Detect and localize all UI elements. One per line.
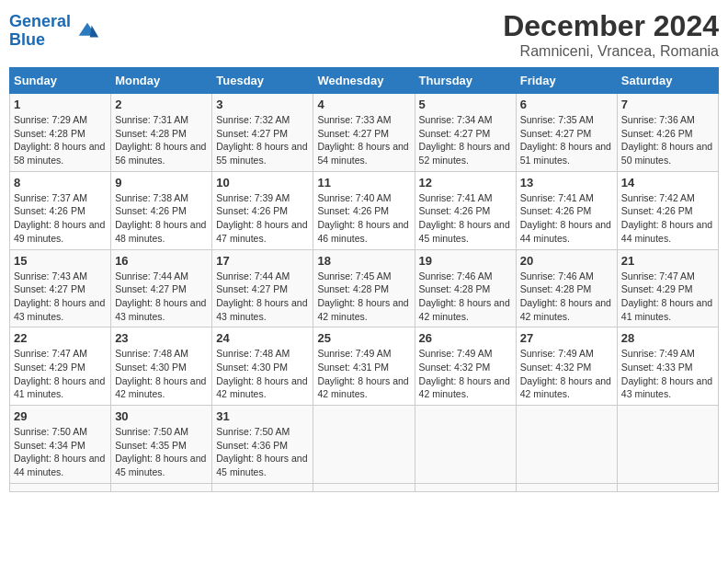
weekday-header-thursday: Thursday <box>415 68 516 94</box>
day-number: 3 <box>216 98 309 111</box>
calendar-cell <box>10 483 111 491</box>
day-info: Sunrise: 7:42 AMSunset: 4:26 PMDaylight:… <box>621 192 712 244</box>
calendar-cell: 5 Sunrise: 7:34 AMSunset: 4:27 PMDayligh… <box>415 94 516 172</box>
day-number: 7 <box>621 98 714 111</box>
day-info: Sunrise: 7:41 AMSunset: 4:26 PMDaylight:… <box>520 192 611 244</box>
calendar-cell <box>111 483 212 491</box>
day-number: 23 <box>115 331 208 345</box>
calendar-cell: 28 Sunrise: 7:49 AMSunset: 4:33 PMDaylig… <box>617 327 718 406</box>
calendar-cell: 9 Sunrise: 7:38 AMSunset: 4:26 PMDayligh… <box>111 171 212 249</box>
day-number: 19 <box>419 254 512 268</box>
logo: General Blue <box>9 13 100 50</box>
day-info: Sunrise: 7:50 AMSunset: 4:34 PMDaylight:… <box>14 426 105 477</box>
calendar-cell: 2 Sunrise: 7:31 AMSunset: 4:28 PMDayligh… <box>111 94 212 172</box>
day-number: 11 <box>317 176 410 190</box>
calendar-cell: 11 Sunrise: 7:40 AMSunset: 4:26 PMDaylig… <box>313 171 415 249</box>
calendar-cell: 21 Sunrise: 7:47 AMSunset: 4:29 PMDaylig… <box>617 249 718 327</box>
day-info: Sunrise: 7:39 AMSunset: 4:26 PMDaylight:… <box>216 192 307 244</box>
day-number: 14 <box>621 176 714 190</box>
calendar-cell: 14 Sunrise: 7:42 AMSunset: 4:26 PMDaylig… <box>617 171 718 249</box>
day-info: Sunrise: 7:47 AMSunset: 4:29 PMDaylight:… <box>14 348 105 399</box>
calendar-cell: 19 Sunrise: 7:46 AMSunset: 4:28 PMDaylig… <box>415 249 516 327</box>
calendar-week-6 <box>10 483 719 491</box>
day-number: 29 <box>14 409 107 423</box>
weekday-header-tuesday: Tuesday <box>212 68 313 94</box>
calendar-cell: 12 Sunrise: 7:41 AMSunset: 4:26 PMDaylig… <box>415 171 516 249</box>
day-info: Sunrise: 7:44 AMSunset: 4:27 PMDaylight:… <box>115 270 206 322</box>
day-info: Sunrise: 7:48 AMSunset: 4:30 PMDaylight:… <box>115 348 206 399</box>
day-info: Sunrise: 7:37 AMSunset: 4:26 PMDaylight:… <box>14 192 105 244</box>
day-info: Sunrise: 7:49 AMSunset: 4:32 PMDaylight:… <box>520 348 611 399</box>
day-number: 18 <box>317 254 410 268</box>
calendar-week-2: 8 Sunrise: 7:37 AMSunset: 4:26 PMDayligh… <box>10 171 719 249</box>
calendar-cell: 3 Sunrise: 7:32 AMSunset: 4:27 PMDayligh… <box>212 94 313 172</box>
day-info: Sunrise: 7:48 AMSunset: 4:30 PMDaylight:… <box>216 348 307 399</box>
subtitle: Ramniceni, Vrancea, Romania <box>503 43 719 60</box>
day-number: 22 <box>14 331 107 345</box>
calendar-cell: 6 Sunrise: 7:35 AMSunset: 4:27 PMDayligh… <box>516 94 617 172</box>
calendar-cell: 24 Sunrise: 7:48 AMSunset: 4:30 PMDaylig… <box>212 327 313 406</box>
day-info: Sunrise: 7:38 AMSunset: 4:26 PMDaylight:… <box>115 192 206 244</box>
day-number: 30 <box>115 409 208 423</box>
calendar-week-5: 29 Sunrise: 7:50 AMSunset: 4:34 PMDaylig… <box>10 406 719 484</box>
weekday-header-saturday: Saturday <box>617 68 718 94</box>
calendar-cell: 16 Sunrise: 7:44 AMSunset: 4:27 PMDaylig… <box>111 249 212 327</box>
day-number: 21 <box>621 254 714 268</box>
calendar-week-1: 1 Sunrise: 7:29 AMSunset: 4:28 PMDayligh… <box>10 94 719 172</box>
day-info: Sunrise: 7:33 AMSunset: 4:27 PMDaylight:… <box>317 114 408 166</box>
day-info: Sunrise: 7:46 AMSunset: 4:28 PMDaylight:… <box>520 270 611 322</box>
main-title: December 2024 <box>503 9 719 43</box>
calendar-cell: 23 Sunrise: 7:48 AMSunset: 4:30 PMDaylig… <box>111 327 212 406</box>
day-info: Sunrise: 7:50 AMSunset: 4:35 PMDaylight:… <box>115 426 206 477</box>
calendar-cell: 15 Sunrise: 7:43 AMSunset: 4:27 PMDaylig… <box>10 249 111 327</box>
day-number: 26 <box>419 331 512 345</box>
day-info: Sunrise: 7:31 AMSunset: 4:28 PMDaylight:… <box>115 114 206 166</box>
calendar-cell: 29 Sunrise: 7:50 AMSunset: 4:34 PMDaylig… <box>10 406 111 484</box>
day-number: 24 <box>216 331 309 345</box>
day-number: 8 <box>14 176 107 190</box>
calendar-cell: 22 Sunrise: 7:47 AMSunset: 4:29 PMDaylig… <box>10 327 111 406</box>
calendar-cell <box>617 483 718 491</box>
weekday-header-monday: Monday <box>111 68 212 94</box>
day-info: Sunrise: 7:36 AMSunset: 4:26 PMDaylight:… <box>621 114 712 166</box>
calendar-cell <box>415 483 516 491</box>
logo-text: General Blue <box>9 13 71 50</box>
calendar: SundayMondayTuesdayWednesdayThursdayFrid… <box>9 67 719 492</box>
day-number: 13 <box>520 176 613 190</box>
weekday-header-friday: Friday <box>516 68 617 94</box>
calendar-cell <box>212 483 313 491</box>
day-info: Sunrise: 7:35 AMSunset: 4:27 PMDaylight:… <box>520 114 611 166</box>
calendar-week-3: 15 Sunrise: 7:43 AMSunset: 4:27 PMDaylig… <box>10 249 719 327</box>
day-number: 2 <box>115 98 208 111</box>
day-info: Sunrise: 7:49 AMSunset: 4:33 PMDaylight:… <box>621 348 712 399</box>
day-number: 1 <box>14 98 107 111</box>
day-info: Sunrise: 7:50 AMSunset: 4:36 PMDaylight:… <box>216 426 307 477</box>
day-number: 12 <box>419 176 512 190</box>
day-info: Sunrise: 7:29 AMSunset: 4:28 PMDaylight:… <box>14 114 105 166</box>
calendar-cell <box>313 483 415 491</box>
calendar-cell <box>617 406 718 484</box>
header: General Blue December 2024 Ramniceni, Vr… <box>9 9 719 60</box>
calendar-cell: 10 Sunrise: 7:39 AMSunset: 4:26 PMDaylig… <box>212 171 313 249</box>
calendar-cell: 7 Sunrise: 7:36 AMSunset: 4:26 PMDayligh… <box>617 94 718 172</box>
calendar-cell: 17 Sunrise: 7:44 AMSunset: 4:27 PMDaylig… <box>212 249 313 327</box>
day-number: 17 <box>216 254 309 268</box>
day-info: Sunrise: 7:49 AMSunset: 4:31 PMDaylight:… <box>317 348 408 399</box>
day-number: 10 <box>216 176 309 190</box>
day-info: Sunrise: 7:40 AMSunset: 4:26 PMDaylight:… <box>317 192 408 244</box>
calendar-cell: 8 Sunrise: 7:37 AMSunset: 4:26 PMDayligh… <box>10 171 111 249</box>
calendar-cell: 18 Sunrise: 7:45 AMSunset: 4:28 PMDaylig… <box>313 249 415 327</box>
day-info: Sunrise: 7:49 AMSunset: 4:32 PMDaylight:… <box>419 348 510 399</box>
calendar-cell: 4 Sunrise: 7:33 AMSunset: 4:27 PMDayligh… <box>313 94 415 172</box>
day-info: Sunrise: 7:44 AMSunset: 4:27 PMDaylight:… <box>216 270 307 322</box>
day-number: 25 <box>317 331 410 345</box>
calendar-cell <box>313 406 415 484</box>
day-number: 5 <box>419 98 512 111</box>
calendar-cell: 20 Sunrise: 7:46 AMSunset: 4:28 PMDaylig… <box>516 249 617 327</box>
calendar-cell: 27 Sunrise: 7:49 AMSunset: 4:32 PMDaylig… <box>516 327 617 406</box>
calendar-cell <box>415 406 516 484</box>
calendar-week-4: 22 Sunrise: 7:47 AMSunset: 4:29 PMDaylig… <box>10 327 719 406</box>
weekday-header-sunday: Sunday <box>10 68 111 94</box>
day-info: Sunrise: 7:41 AMSunset: 4:26 PMDaylight:… <box>419 192 510 244</box>
day-number: 28 <box>621 331 714 345</box>
